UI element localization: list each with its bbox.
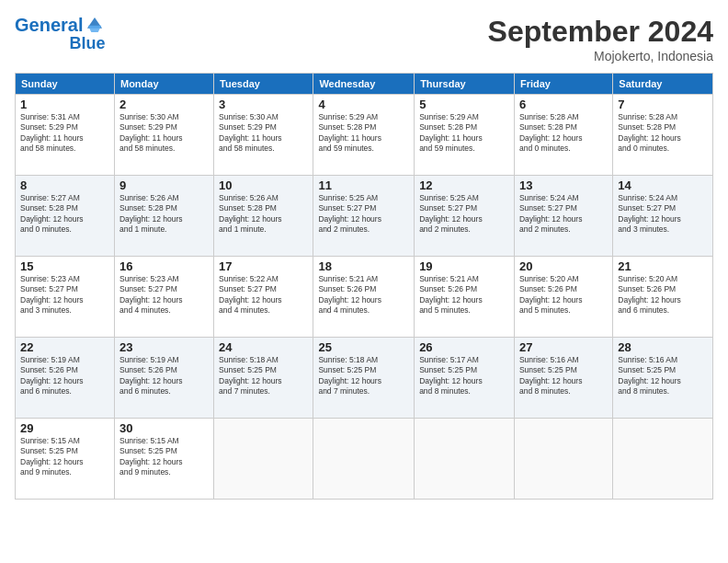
calendar-cell: 28Sunrise: 5:16 AM Sunset: 5:25 PM Dayli… — [613, 338, 713, 419]
day-info: Sunrise: 5:25 AM Sunset: 5:27 PM Dayligh… — [318, 193, 409, 236]
calendar-cell: 5Sunrise: 5:29 AM Sunset: 5:28 PM Daylig… — [415, 95, 515, 176]
day-number: 12 — [419, 178, 509, 192]
day-number: 28 — [618, 340, 708, 354]
day-info: Sunrise: 5:20 AM Sunset: 5:26 PM Dayligh… — [618, 274, 708, 316]
day-info: Sunrise: 5:26 AM Sunset: 5:28 PM Dayligh… — [119, 193, 209, 236]
day-number: 25 — [318, 340, 409, 354]
calendar-cell — [415, 419, 515, 500]
calendar-cell: 27Sunrise: 5:16 AM Sunset: 5:25 PM Dayli… — [514, 338, 612, 419]
calendar-cell: 1Sunrise: 5:31 AM Sunset: 5:29 PM Daylig… — [16, 95, 115, 176]
logo-blue-text: Blue — [69, 35, 105, 53]
day-info: Sunrise: 5:26 AM Sunset: 5:28 PM Dayligh… — [219, 193, 308, 236]
logo-text: General — [15, 15, 83, 35]
day-info: Sunrise: 5:25 AM Sunset: 5:27 PM Dayligh… — [419, 193, 509, 236]
day-number: 17 — [219, 259, 308, 273]
day-info: Sunrise: 5:29 AM Sunset: 5:28 PM Dayligh… — [318, 112, 409, 155]
day-info: Sunrise: 5:16 AM Sunset: 5:25 PM Dayligh… — [618, 355, 708, 397]
day-info: Sunrise: 5:27 AM Sunset: 5:28 PM Dayligh… — [20, 193, 109, 236]
day-number: 16 — [119, 259, 209, 273]
day-number: 4 — [318, 98, 409, 111]
day-info: Sunrise: 5:24 AM Sunset: 5:27 PM Dayligh… — [519, 193, 608, 236]
day-number: 10 — [219, 178, 308, 192]
day-info: Sunrise: 5:18 AM Sunset: 5:25 PM Dayligh… — [219, 355, 308, 397]
day-number: 2 — [119, 98, 209, 111]
calendar-cell — [313, 419, 415, 500]
weekday-header: Friday — [514, 74, 612, 95]
day-number: 15 — [20, 259, 109, 273]
day-number: 14 — [618, 178, 708, 192]
logo-icon — [85, 15, 105, 35]
weekday-header: Wednesday — [313, 74, 415, 95]
calendar-cell: 23Sunrise: 5:19 AM Sunset: 5:26 PM Dayli… — [114, 338, 213, 419]
calendar-cell: 19Sunrise: 5:21 AM Sunset: 5:26 PM Dayli… — [415, 257, 515, 338]
day-number: 20 — [519, 259, 608, 273]
calendar-cell: 9Sunrise: 5:26 AM Sunset: 5:28 PM Daylig… — [114, 176, 213, 257]
calendar-cell: 22Sunrise: 5:19 AM Sunset: 5:26 PM Dayli… — [16, 338, 115, 419]
calendar-cell: 29Sunrise: 5:15 AM Sunset: 5:25 PM Dayli… — [16, 419, 115, 500]
calendar-cell — [613, 419, 713, 500]
calendar-cell: 3Sunrise: 5:30 AM Sunset: 5:29 PM Daylig… — [214, 95, 313, 176]
day-info: Sunrise: 5:22 AM Sunset: 5:27 PM Dayligh… — [219, 274, 308, 316]
calendar-cell: 20Sunrise: 5:20 AM Sunset: 5:26 PM Dayli… — [514, 257, 612, 338]
day-info: Sunrise: 5:30 AM Sunset: 5:29 PM Dayligh… — [119, 112, 209, 155]
day-info: Sunrise: 5:18 AM Sunset: 5:25 PM Dayligh… — [318, 355, 409, 397]
calendar-week-row: 22Sunrise: 5:19 AM Sunset: 5:26 PM Dayli… — [16, 338, 713, 419]
weekday-header: Sunday — [16, 74, 115, 95]
day-number: 23 — [119, 340, 209, 354]
calendar-week-row: 15Sunrise: 5:23 AM Sunset: 5:27 PM Dayli… — [16, 257, 713, 338]
day-info: Sunrise: 5:15 AM Sunset: 5:25 PM Dayligh… — [20, 436, 109, 478]
calendar-week-row: 1Sunrise: 5:31 AM Sunset: 5:29 PM Daylig… — [16, 95, 713, 176]
calendar-cell: 15Sunrise: 5:23 AM Sunset: 5:27 PM Dayli… — [16, 257, 115, 338]
day-info: Sunrise: 5:19 AM Sunset: 5:26 PM Dayligh… — [20, 355, 109, 397]
day-info: Sunrise: 5:16 AM Sunset: 5:25 PM Dayligh… — [519, 355, 608, 397]
weekday-header: Thursday — [415, 74, 515, 95]
calendar-cell: 2Sunrise: 5:30 AM Sunset: 5:29 PM Daylig… — [114, 95, 213, 176]
calendar-table: SundayMondayTuesdayWednesdayThursdayFrid… — [15, 73, 713, 500]
day-number: 24 — [219, 340, 308, 354]
day-info: Sunrise: 5:23 AM Sunset: 5:27 PM Dayligh… — [20, 274, 109, 316]
location: Mojokerto, Indonesia — [488, 49, 713, 63]
calendar-cell: 17Sunrise: 5:22 AM Sunset: 5:27 PM Dayli… — [214, 257, 313, 338]
calendar-week-row: 8Sunrise: 5:27 AM Sunset: 5:28 PM Daylig… — [16, 176, 713, 257]
weekday-header: Tuesday — [214, 74, 313, 95]
calendar-cell: 24Sunrise: 5:18 AM Sunset: 5:25 PM Dayli… — [214, 338, 313, 419]
calendar-cell: 30Sunrise: 5:15 AM Sunset: 5:25 PM Dayli… — [114, 419, 213, 500]
calendar-cell — [514, 419, 612, 500]
day-info: Sunrise: 5:30 AM Sunset: 5:29 PM Dayligh… — [219, 112, 308, 155]
day-number: 18 — [318, 259, 409, 273]
month-title: September 2024 — [488, 15, 713, 49]
calendar-cell: 6Sunrise: 5:28 AM Sunset: 5:28 PM Daylig… — [514, 95, 612, 176]
day-info: Sunrise: 5:21 AM Sunset: 5:26 PM Dayligh… — [318, 274, 409, 316]
calendar-cell: 18Sunrise: 5:21 AM Sunset: 5:26 PM Dayli… — [313, 257, 415, 338]
calendar-cell: 11Sunrise: 5:25 AM Sunset: 5:27 PM Dayli… — [313, 176, 415, 257]
calendar-cell: 21Sunrise: 5:20 AM Sunset: 5:26 PM Dayli… — [613, 257, 713, 338]
day-number: 5 — [419, 98, 509, 111]
day-number: 30 — [119, 421, 209, 435]
title-block: September 2024 Mojokerto, Indonesia — [488, 15, 713, 63]
day-number: 29 — [20, 421, 109, 435]
day-number: 11 — [318, 178, 409, 192]
day-info: Sunrise: 5:31 AM Sunset: 5:29 PM Dayligh… — [20, 112, 109, 155]
header: General Blue September 2024 Mojokerto, I… — [15, 15, 713, 63]
day-number: 19 — [419, 259, 509, 273]
day-info: Sunrise: 5:28 AM Sunset: 5:28 PM Dayligh… — [519, 112, 608, 155]
day-number: 6 — [519, 98, 608, 111]
calendar-cell — [214, 419, 313, 500]
day-number: 7 — [618, 98, 708, 111]
svg-marker-1 — [88, 26, 102, 32]
day-info: Sunrise: 5:28 AM Sunset: 5:28 PM Dayligh… — [618, 112, 708, 155]
day-number: 3 — [219, 98, 308, 111]
day-number: 1 — [20, 98, 109, 111]
day-number: 22 — [20, 340, 109, 354]
calendar-cell: 26Sunrise: 5:17 AM Sunset: 5:25 PM Dayli… — [415, 338, 515, 419]
logo: General Blue — [15, 15, 105, 53]
day-info: Sunrise: 5:19 AM Sunset: 5:26 PM Dayligh… — [119, 355, 209, 397]
day-info: Sunrise: 5:20 AM Sunset: 5:26 PM Dayligh… — [519, 274, 608, 316]
calendar-cell: 25Sunrise: 5:18 AM Sunset: 5:25 PM Dayli… — [313, 338, 415, 419]
calendar-cell: 10Sunrise: 5:26 AM Sunset: 5:28 PM Dayli… — [214, 176, 313, 257]
day-number: 9 — [119, 178, 209, 192]
calendar-cell: 8Sunrise: 5:27 AM Sunset: 5:28 PM Daylig… — [16, 176, 115, 257]
day-info: Sunrise: 5:15 AM Sunset: 5:25 PM Dayligh… — [119, 436, 209, 478]
day-info: Sunrise: 5:21 AM Sunset: 5:26 PM Dayligh… — [419, 274, 509, 316]
calendar-cell: 13Sunrise: 5:24 AM Sunset: 5:27 PM Dayli… — [514, 176, 612, 257]
